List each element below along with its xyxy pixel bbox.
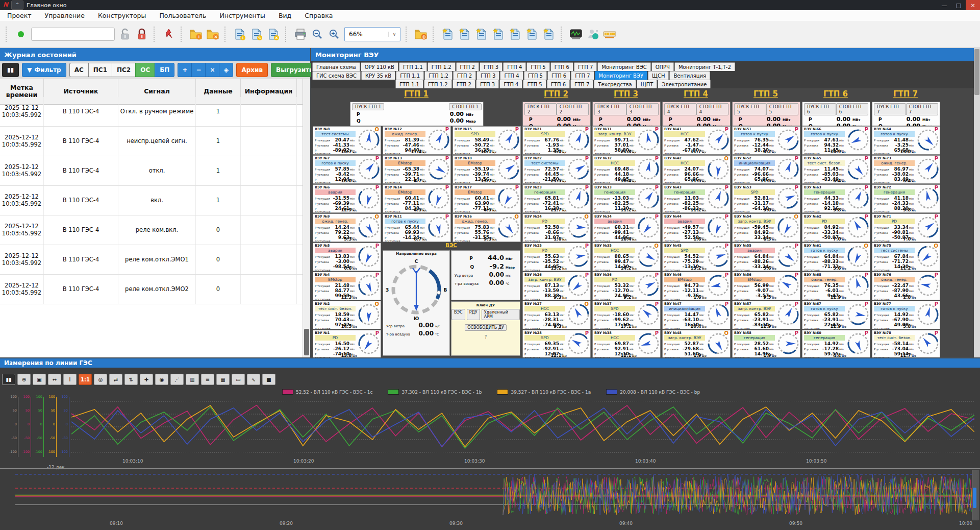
- tab-ГТП 7[interactable]: ГТП 7: [571, 71, 594, 80]
- ms-frame-button[interactable]: ▭: [232, 374, 245, 385]
- menu-item-3[interactable]: Пользователь: [159, 12, 206, 19]
- veu-card[interactable]: ВЭУ №62 P PD Р текущая84.92МВт Р уставка…: [802, 213, 870, 242]
- veu-card[interactable]: ВЭУ №48 О загр. контр. ВЭУ Р текущая52.8…: [662, 330, 731, 357]
- collapse-titlebar-button[interactable]: ^: [11, 1, 23, 10]
- ms-v-scale-button[interactable]: ⇅: [124, 374, 138, 385]
- ms-marker-button[interactable]: ◎: [94, 374, 107, 385]
- ms-h-scale-button[interactable]: ⇄: [109, 374, 122, 385]
- veu-card[interactable]: ВЭУ №54 О загр. контр. ВЭУ Р текущая-59.…: [732, 213, 800, 242]
- tab-ГТП 3[interactable]: ГТП 3: [480, 62, 502, 71]
- veu-card[interactable]: ВЭУ №6 P авария Р текущая-31.55МВт Р уст…: [313, 184, 381, 213]
- journal-scrollbar[interactable]: [303, 79, 310, 357]
- new-grid-icon[interactable]: [509, 28, 522, 41]
- new-gauge-icon[interactable]: [475, 28, 488, 41]
- veu-card[interactable]: ВЭУ №31 P загр. контр. ВЭУ Р текущая99.7…: [592, 126, 661, 155]
- journal-pause-button[interactable]: ▮▮: [2, 63, 19, 77]
- journal-filter-БП[interactable]: БП: [155, 63, 174, 77]
- ms-export-button[interactable]: ■: [262, 374, 275, 385]
- monitoring-scrollbar-thumb[interactable]: [974, 49, 979, 95]
- new-scheme-icon[interactable]: [542, 28, 556, 41]
- ms-fit-button[interactable]: ▣: [33, 374, 46, 385]
- journal-row[interactable]: 2025-12-1210:03:45.992 В 110 ГЭС-4 Откл.…: [0, 97, 303, 127]
- veu-card[interactable]: ВЭУ №77 P готов к пуску Р текущая14.92МВ…: [872, 301, 940, 329]
- tab-ГТП 1.2[interactable]: ГТП 1.2: [424, 71, 453, 80]
- menu-item-2[interactable]: Конструкторы: [98, 12, 146, 19]
- journal-row[interactable]: 2025-12-1210:03:45.992 В 110 ГЭС-4 реле …: [0, 215, 303, 245]
- veu-card[interactable]: ВЭУ №67 P готов к пуску Р текущая65.82МВ…: [802, 301, 870, 329]
- du-button-1[interactable]: РДУ: [467, 309, 480, 320]
- ms-pause-button[interactable]: ▮▮: [2, 374, 15, 385]
- veu-card[interactable]: ВЭУ №11 P готов к пуску Р текущая65.44МВ…: [383, 213, 451, 242]
- tab-ГТП 1.1[interactable]: ГТП 1.1: [399, 62, 427, 71]
- journal-row[interactable]: 2025-12-1210:03:45.992 В 110 ГЭС-4 реле …: [0, 245, 303, 275]
- pin-icon[interactable]: [162, 28, 175, 41]
- tab-Вентиляция[interactable]: Вентиляция: [669, 71, 710, 80]
- doc-add-icon[interactable]: +: [233, 28, 246, 41]
- veu-card[interactable]: ВЭУ №56 P EMstop Р текущая56.99МВт Р уст…: [732, 272, 800, 300]
- minimize-button[interactable]: —: [937, 0, 951, 10]
- tab-ГТП 6[interactable]: ГТП 6: [547, 71, 570, 80]
- ms-h-span-button[interactable]: ↔: [48, 374, 61, 385]
- tab-ГТП 4[interactable]: ГТП 4: [500, 71, 523, 80]
- veu-card[interactable]: ВЭУ №41 P НСС Р текущая47.62МВт Р уставк…: [662, 126, 731, 155]
- journal-tool-0[interactable]: +: [178, 63, 191, 77]
- gtp-stop-button-3[interactable]: СТОП ГТП 3: [626, 103, 659, 115]
- veu-card[interactable]: ВЭУ №46 P EMstop Р текущая94.73МВт Р уст…: [662, 272, 731, 300]
- gtp-start-button-7[interactable]: ПУСК ГТП 7: [874, 103, 906, 115]
- folder-close-icon[interactable]: ×: [206, 28, 219, 41]
- ms-hist-button[interactable]: ▥: [186, 374, 199, 385]
- veu-card[interactable]: ВЭУ №38 P НСС Р текущая69.87МВт Р уставк…: [592, 330, 661, 357]
- journal-tool-1[interactable]: −: [191, 63, 205, 77]
- veu-card[interactable]: ВЭУ №44 P авария Р текущая-49.57МВт Р ус…: [662, 213, 731, 242]
- veu-card[interactable]: ВЭУ №65 P тест сист. безоп. Р текущая11.…: [802, 155, 870, 184]
- new-report-icon[interactable]: [458, 28, 471, 41]
- legend-item-2[interactable]: 39.527 - ВЛ 110 кВ ГЭС - ВЭС - 1a: [497, 389, 591, 395]
- journal-tool-3[interactable]: ◈: [219, 63, 233, 77]
- veu-card[interactable]: ВЭУ №23 P генерация Р текущая65.81МВт Р …: [522, 184, 591, 213]
- journal-archive-button[interactable]: Архив: [236, 63, 268, 77]
- ms-grid-button[interactable]: ▦: [216, 374, 230, 385]
- tab-ГТП 1.2[interactable]: ГТП 1.2: [428, 62, 456, 71]
- veu-card[interactable]: ВЭУ №73 P ожид. генер. Р текущая86.97МВт…: [872, 155, 940, 184]
- zoom-in-icon[interactable]: +: [328, 28, 341, 41]
- veu-card[interactable]: ВЭУ №51 P готов к пуску Р текущая76.35МВ…: [732, 126, 800, 155]
- unlock-icon[interactable]: [118, 28, 132, 41]
- memory-icon[interactable]: [603, 28, 616, 41]
- tab-КРУ 35 кВ[interactable]: КРУ 35 кВ: [361, 71, 395, 80]
- lock-icon[interactable]: [135, 28, 148, 41]
- tab-Мониторинг Т-1,Т-2[interactable]: Мониторинг Т-1,Т-2: [674, 62, 735, 71]
- veu-card[interactable]: ВЭУ №15 P SPD Р текущая58.49МВт Р уставк…: [453, 126, 521, 155]
- journal-filter-ПС2[interactable]: ПС2: [112, 63, 135, 77]
- veu-card[interactable]: ВЭУ №32 P НСС Р текущая69.48МВт Р уставк…: [592, 155, 661, 184]
- tab-ГТП 2[interactable]: ГТП 2: [453, 71, 476, 80]
- du-release-button[interactable]: ОСВОБОДИТЬ ДУ: [465, 324, 507, 331]
- veu-card[interactable]: ВЭУ №35 О НСС Р текущая88.65МВт Р уставк…: [592, 243, 661, 271]
- veu-card[interactable]: ВЭУ №58 P генерация Р текущая28.52МВт Р …: [732, 330, 800, 357]
- legend-item-3[interactable]: 20.008 - ВЛ 110 кВ ГЭС - ВЭС - bp: [606, 389, 700, 395]
- veu-card[interactable]: ВЭУ №33 P генерация Р текущая-13.03МВт Р…: [592, 184, 661, 213]
- veu-card[interactable]: ВЭУ №61 О готов к пуску Р текущая64.84МВ…: [802, 243, 870, 271]
- tab-ГТП 1.1[interactable]: ГТП 1.1: [396, 71, 424, 80]
- veu-card[interactable]: ВЭУ №34 P авария Р текущая68.31МВт Р уст…: [592, 213, 661, 242]
- gtp-stop-button-4[interactable]: СТОП ГТП 4: [696, 103, 728, 115]
- tab-ГТП 2[interactable]: ГТП 2: [456, 62, 479, 71]
- gtp-start-button-5[interactable]: ПУСК ГТП 5: [734, 103, 766, 115]
- tab-Мониторинг ВЭС[interactable]: Мониторинг ВЭС: [597, 62, 650, 71]
- journal-scrollbar-thumb[interactable]: [304, 329, 309, 355]
- veu-card[interactable]: ВЭУ №57 P загр. контр. ВЭУ Р текущая65.8…: [732, 301, 800, 329]
- veu-card[interactable]: ВЭУ №5 P авария Р текущая13.83МВт Р уста…: [313, 243, 381, 271]
- tab-ГТП 7[interactable]: ГТП 7: [574, 62, 597, 71]
- tab-ГТП 5[interactable]: ГТП 5: [523, 80, 546, 88]
- tab-ГТП 5[interactable]: ГТП 5: [526, 62, 549, 71]
- tab-ГТП 1.2[interactable]: ГТП 1.2: [424, 80, 452, 88]
- veu-card[interactable]: ВЭУ №63 P генерация Р текущая44.33МВт Р …: [802, 184, 870, 213]
- tab-ГТП 2[interactable]: ГТП 2: [453, 80, 475, 88]
- gtp-start-button-4[interactable]: ПУСК ГТП 4: [664, 103, 696, 115]
- veu-card[interactable]: ВЭУ №52 P инициализация Р текущая74.07МВ…: [732, 155, 800, 184]
- ms-list-button[interactable]: ≡: [201, 374, 214, 385]
- menu-item-5[interactable]: Вид: [279, 12, 291, 19]
- doc-delete-icon[interactable]: ×: [267, 28, 280, 41]
- maximize-button[interactable]: □: [951, 0, 966, 10]
- veu-card[interactable]: ВЭУ №14 P EMstop Р текущая60.41МВт Р уст…: [383, 184, 451, 213]
- ms-pan-button[interactable]: ✚: [140, 374, 153, 385]
